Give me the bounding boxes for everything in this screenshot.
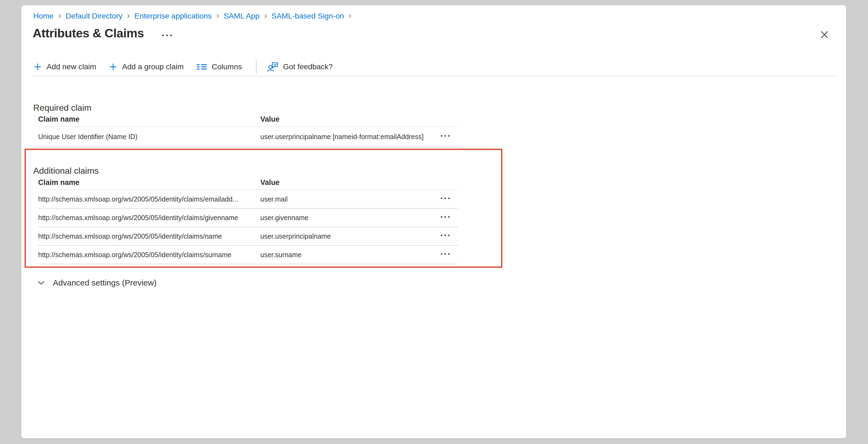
chevron-right-icon <box>264 13 268 19</box>
plus-icon <box>109 62 118 71</box>
required-claim-table: Claim name Value Unique User Identifier … <box>38 112 458 147</box>
value-column-header: Value <box>260 115 439 123</box>
claim-name-column-header: Claim name <box>38 178 260 187</box>
claim-name-cell: http://schemas.xmlsoap.org/ws/2005/05/id… <box>38 195 260 203</box>
claim-value-cell: user.userprincipalname <box>260 232 439 240</box>
table-header-row: Claim name Value <box>38 175 458 190</box>
row-context-menu-button[interactable]: ••• <box>439 133 458 140</box>
breadcrumb: Home Default Directory Enterprise applic… <box>33 11 352 21</box>
chevron-right-icon <box>126 13 131 19</box>
table-row[interactable]: http://schemas.xmlsoap.org/ws/2005/05/id… <box>38 227 458 246</box>
add-group-claim-button[interactable]: Add a group claim <box>109 62 184 71</box>
command-bar: Add new claim Add a group claim Columns <box>33 59 345 75</box>
row-context-menu-button[interactable]: ••• <box>439 196 458 203</box>
table-row[interactable]: http://schemas.xmlsoap.org/ws/2005/05/id… <box>38 190 458 209</box>
table-header-row: Claim name Value <box>38 112 458 127</box>
add-new-claim-button[interactable]: Add new claim <box>33 62 96 71</box>
row-context-menu-button[interactable]: ••• <box>439 214 458 221</box>
claim-value-cell: user.mail <box>260 195 439 203</box>
breadcrumb-enterprise-applications[interactable]: Enterprise applications <box>134 11 212 21</box>
chevron-right-icon <box>348 13 352 19</box>
table-row[interactable]: http://schemas.xmlsoap.org/ws/2005/05/id… <box>38 246 458 264</box>
value-column-header: Value <box>260 178 439 187</box>
breadcrumb-saml-app[interactable]: SAML App <box>224 11 259 21</box>
columns-label: Columns <box>212 62 242 71</box>
feedback-person-icon <box>267 61 278 72</box>
columns-button[interactable]: Columns <box>196 62 242 71</box>
chevron-right-icon <box>58 13 62 19</box>
claim-name-column-header: Claim name <box>38 115 260 123</box>
claim-name-cell: Unique User Identifier (Name ID) <box>38 133 260 141</box>
toolbar-divider <box>256 60 256 73</box>
claim-value-cell: user.givenname <box>260 214 439 222</box>
columns-icon <box>196 62 207 71</box>
additional-claims-heading: Additional claims <box>33 165 99 177</box>
table-row[interactable]: http://schemas.xmlsoap.org/ws/2005/05/id… <box>38 209 458 227</box>
add-group-claim-label: Add a group claim <box>122 62 184 71</box>
additional-claims-table: Claim name Value http://schemas.xmlsoap.… <box>38 175 458 264</box>
got-feedback-button[interactable]: Got feedback? <box>267 61 333 72</box>
claim-name-cell: http://schemas.xmlsoap.org/ws/2005/05/id… <box>38 214 260 222</box>
add-new-claim-label: Add new claim <box>46 62 96 71</box>
close-icon <box>820 30 829 39</box>
claim-name-cell: http://schemas.xmlsoap.org/ws/2005/05/id… <box>38 232 260 240</box>
required-claim-heading: Required claim <box>33 102 91 114</box>
chevron-right-icon <box>216 13 220 19</box>
chevron-down-icon <box>37 280 45 286</box>
advanced-settings-label: Advanced settings (Preview) <box>53 278 156 288</box>
breadcrumb-saml-based-sign-on[interactable]: SAML-based Sign-on <box>272 11 344 21</box>
page-title: Attributes & Claims <box>33 25 144 41</box>
claim-value-cell: user.surname <box>260 251 439 259</box>
claim-value-cell: user.userprincipalname [nameid-format:em… <box>260 133 439 141</box>
advanced-settings-expander[interactable]: Advanced settings (Preview) <box>37 277 156 289</box>
breadcrumb-home[interactable]: Home <box>33 11 54 21</box>
attributes-claims-panel: Home Default Directory Enterprise applic… <box>21 5 846 438</box>
plus-icon <box>33 62 42 71</box>
row-context-menu-button[interactable]: ••• <box>439 251 458 258</box>
breadcrumb-default-directory[interactable]: Default Directory <box>66 11 123 21</box>
row-context-menu-button[interactable]: ••• <box>439 233 458 240</box>
page-context-menu-button[interactable]: ••• <box>161 32 175 39</box>
close-button[interactable] <box>816 26 833 43</box>
toolbar-divider-line <box>33 76 835 77</box>
got-feedback-label: Got feedback? <box>283 62 333 71</box>
page-header: Attributes & Claims ••• <box>33 25 175 41</box>
claim-name-cell: http://schemas.xmlsoap.org/ws/2005/05/id… <box>38 251 260 259</box>
table-row[interactable]: Unique User Identifier (Name ID) user.us… <box>38 127 458 147</box>
